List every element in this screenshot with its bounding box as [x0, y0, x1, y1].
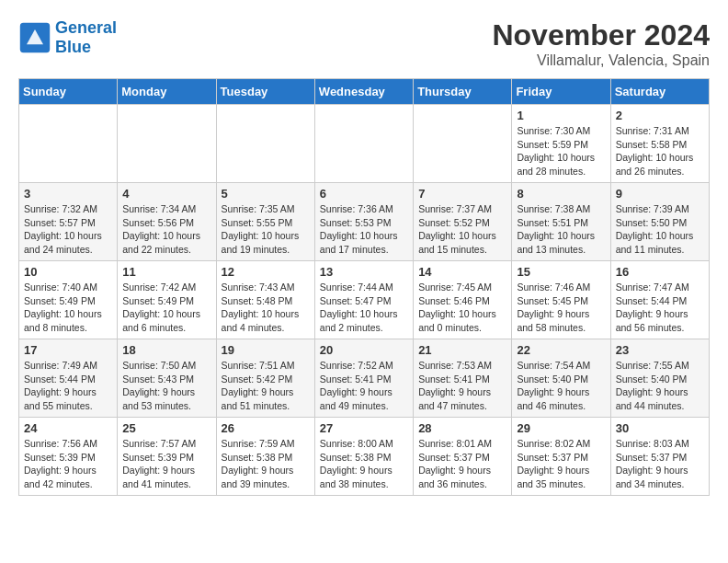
calendar-cell: 10Sunrise: 7:40 AMSunset: 5:49 PMDayligh…	[19, 261, 118, 339]
calendar-cell: 8Sunrise: 7:38 AMSunset: 5:51 PMDaylight…	[512, 183, 610, 261]
day-number: 9	[616, 187, 704, 201]
day-number: 5	[222, 187, 310, 201]
calendar-cell: 9Sunrise: 7:39 AMSunset: 5:50 PMDaylight…	[610, 183, 709, 261]
day-info: Sunrise: 7:40 AMSunset: 5:49 PMDaylight:…	[24, 281, 112, 335]
day-info: Sunrise: 7:45 AMSunset: 5:46 PMDaylight:…	[418, 281, 506, 335]
day-number: 23	[616, 343, 704, 357]
day-info: Sunrise: 7:32 AMSunset: 5:57 PMDaylight:…	[24, 202, 112, 257]
calendar-cell: 15Sunrise: 7:46 AMSunset: 5:45 PMDayligh…	[512, 261, 610, 339]
day-info: Sunrise: 7:51 AMSunset: 5:42 PMDaylight:…	[222, 359, 310, 413]
calendar-cell	[216, 105, 314, 183]
day-info: Sunrise: 7:52 AMSunset: 5:41 PMDaylight:…	[320, 359, 408, 413]
day-number: 11	[122, 265, 210, 279]
calendar-cell: 23Sunrise: 7:55 AMSunset: 5:40 PMDayligh…	[610, 339, 709, 418]
day-info: Sunrise: 7:34 AMSunset: 5:56 PMDaylight:…	[122, 202, 210, 257]
day-number: 21	[418, 343, 506, 357]
day-number: 19	[222, 343, 310, 357]
calendar-week-5: 24Sunrise: 7:56 AMSunset: 5:39 PMDayligh…	[19, 418, 710, 496]
day-info: Sunrise: 7:31 AMSunset: 5:58 PMDaylight:…	[616, 124, 704, 178]
month-title: November 2024	[492, 18, 710, 52]
logo-icon	[18, 21, 51, 54]
calendar-cell: 18Sunrise: 7:50 AMSunset: 5:43 PMDayligh…	[118, 339, 216, 418]
calendar-cell: 4Sunrise: 7:34 AMSunset: 5:56 PMDaylight…	[118, 183, 216, 261]
calendar-cell: 14Sunrise: 7:45 AMSunset: 5:46 PMDayligh…	[414, 261, 512, 339]
day-number: 12	[222, 265, 310, 279]
calendar-cell	[118, 105, 216, 183]
day-number: 27	[320, 421, 408, 435]
weekday-header-monday: Monday	[118, 79, 216, 105]
calendar-cell: 16Sunrise: 7:47 AMSunset: 5:44 PMDayligh…	[610, 261, 709, 339]
day-info: Sunrise: 7:56 AMSunset: 5:39 PMDaylight:…	[24, 437, 112, 491]
day-number: 2	[616, 109, 704, 122]
day-number: 1	[517, 109, 605, 122]
calendar-cell: 3Sunrise: 7:32 AMSunset: 5:57 PMDaylight…	[19, 183, 118, 261]
day-number: 29	[517, 421, 605, 435]
day-info: Sunrise: 7:39 AMSunset: 5:50 PMDaylight:…	[616, 202, 704, 257]
calendar-cell	[19, 105, 118, 183]
calendar-cell: 6Sunrise: 7:36 AMSunset: 5:53 PMDaylight…	[314, 183, 413, 261]
calendar-cell: 20Sunrise: 7:52 AMSunset: 5:41 PMDayligh…	[314, 339, 413, 418]
calendar-week-4: 17Sunrise: 7:49 AMSunset: 5:44 PMDayligh…	[19, 339, 710, 418]
calendar-cell: 11Sunrise: 7:42 AMSunset: 5:49 PMDayligh…	[118, 261, 216, 339]
weekday-header-saturday: Saturday	[610, 79, 709, 105]
day-info: Sunrise: 7:30 AMSunset: 5:59 PMDaylight:…	[517, 124, 605, 178]
day-number: 16	[616, 265, 704, 279]
day-number: 28	[418, 421, 506, 435]
calendar-cell: 5Sunrise: 7:35 AMSunset: 5:55 PMDaylight…	[216, 183, 314, 261]
calendar-cell: 24Sunrise: 7:56 AMSunset: 5:39 PMDayligh…	[19, 418, 118, 496]
day-info: Sunrise: 8:02 AMSunset: 5:37 PMDaylight:…	[517, 437, 605, 491]
calendar-cell: 28Sunrise: 8:01 AMSunset: 5:37 PMDayligh…	[414, 418, 512, 496]
day-info: Sunrise: 7:44 AMSunset: 5:47 PMDaylight:…	[320, 281, 408, 335]
calendar-week-3: 10Sunrise: 7:40 AMSunset: 5:49 PMDayligh…	[19, 261, 710, 339]
calendar-cell	[414, 105, 512, 183]
day-info: Sunrise: 7:55 AMSunset: 5:40 PMDaylight:…	[616, 359, 704, 413]
logo-text: General Blue	[55, 18, 117, 57]
calendar-cell: 1Sunrise: 7:30 AMSunset: 5:59 PMDaylight…	[512, 105, 610, 183]
location: Villamalur, Valencia, Spain	[492, 52, 710, 69]
day-info: Sunrise: 7:59 AMSunset: 5:38 PMDaylight:…	[222, 437, 310, 491]
calendar-cell: 27Sunrise: 8:00 AMSunset: 5:38 PMDayligh…	[314, 418, 413, 496]
weekday-header-wednesday: Wednesday	[314, 79, 413, 105]
calendar-cell: 21Sunrise: 7:53 AMSunset: 5:41 PMDayligh…	[414, 339, 512, 418]
calendar-cell: 13Sunrise: 7:44 AMSunset: 5:47 PMDayligh…	[314, 261, 413, 339]
day-number: 26	[222, 421, 310, 435]
weekday-header-friday: Friday	[512, 79, 610, 105]
calendar-cell: 12Sunrise: 7:43 AMSunset: 5:48 PMDayligh…	[216, 261, 314, 339]
calendar-cell: 25Sunrise: 7:57 AMSunset: 5:39 PMDayligh…	[118, 418, 216, 496]
day-info: Sunrise: 7:57 AMSunset: 5:39 PMDaylight:…	[122, 437, 210, 491]
calendar-body: 1Sunrise: 7:30 AMSunset: 5:59 PMDaylight…	[19, 105, 710, 496]
day-number: 10	[24, 265, 112, 279]
day-info: Sunrise: 7:42 AMSunset: 5:49 PMDaylight:…	[122, 281, 210, 335]
day-number: 7	[418, 187, 506, 201]
day-info: Sunrise: 7:36 AMSunset: 5:53 PMDaylight:…	[320, 202, 408, 257]
calendar-cell: 17Sunrise: 7:49 AMSunset: 5:44 PMDayligh…	[19, 339, 118, 418]
day-info: Sunrise: 7:46 AMSunset: 5:45 PMDaylight:…	[517, 281, 605, 335]
day-number: 30	[616, 421, 704, 435]
day-info: Sunrise: 7:37 AMSunset: 5:52 PMDaylight:…	[418, 202, 506, 257]
weekday-header-sunday: Sunday	[19, 79, 118, 105]
day-info: Sunrise: 7:50 AMSunset: 5:43 PMDaylight:…	[122, 359, 210, 413]
day-number: 20	[320, 343, 408, 357]
day-number: 4	[122, 187, 210, 201]
day-number: 18	[122, 343, 210, 357]
calendar-table: SundayMondayTuesdayWednesdayThursdayFrid…	[18, 78, 710, 496]
day-number: 25	[122, 421, 210, 435]
calendar-cell: 2Sunrise: 7:31 AMSunset: 5:58 PMDaylight…	[610, 105, 709, 183]
day-info: Sunrise: 7:35 AMSunset: 5:55 PMDaylight:…	[222, 202, 310, 257]
weekday-row: SundayMondayTuesdayWednesdayThursdayFrid…	[19, 79, 710, 105]
calendar-cell	[314, 105, 413, 183]
calendar-week-1: 1Sunrise: 7:30 AMSunset: 5:59 PMDaylight…	[19, 105, 710, 183]
day-number: 24	[24, 421, 112, 435]
calendar-cell: 29Sunrise: 8:02 AMSunset: 5:37 PMDayligh…	[512, 418, 610, 496]
day-number: 15	[517, 265, 605, 279]
logo: General Blue	[18, 18, 117, 57]
calendar-cell: 22Sunrise: 7:54 AMSunset: 5:40 PMDayligh…	[512, 339, 610, 418]
weekday-header-thursday: Thursday	[414, 79, 512, 105]
day-info: Sunrise: 7:38 AMSunset: 5:51 PMDaylight:…	[517, 202, 605, 257]
weekday-header-tuesday: Tuesday	[216, 79, 314, 105]
day-info: Sunrise: 7:49 AMSunset: 5:44 PMDaylight:…	[24, 359, 112, 413]
day-number: 14	[418, 265, 506, 279]
calendar-cell: 19Sunrise: 7:51 AMSunset: 5:42 PMDayligh…	[216, 339, 314, 418]
day-number: 22	[517, 343, 605, 357]
day-number: 13	[320, 265, 408, 279]
